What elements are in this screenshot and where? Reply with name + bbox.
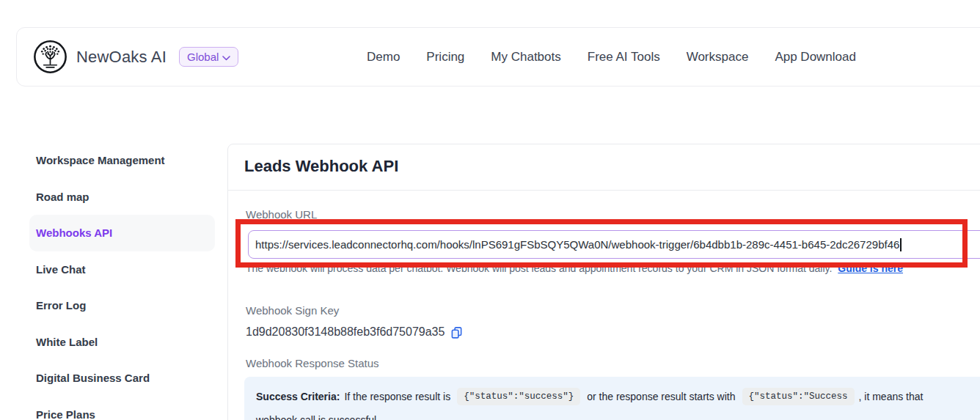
success-criteria-line1: Success Criteria: If the response result… bbox=[256, 388, 980, 405]
webhook-url-label: Webhook URL bbox=[246, 208, 317, 221]
success-criteria-line2: webhook call is successful. bbox=[256, 414, 980, 420]
success-criteria-heading: Success Criteria: bbox=[256, 391, 340, 402]
webhook-helper-text: The webhook will process data per chatbo… bbox=[246, 262, 903, 274]
newoaks-tree-logo-icon[interactable] bbox=[33, 40, 67, 74]
helper-text: The webhook will process data per chatbo… bbox=[246, 262, 832, 274]
webhook-url-input[interactable]: https://services.leadconnectorhq.com/hoo… bbox=[248, 230, 980, 259]
region-selector[interactable]: Global bbox=[179, 47, 238, 67]
nav-item-workspace[interactable]: Workspace bbox=[687, 50, 749, 65]
page: NewOaks AI Global Demo Pricing My Chatbo… bbox=[0, 0, 980, 420]
sidebar-item-road-map[interactable]: Road map bbox=[29, 179, 215, 215]
sidebar-item-live-chat[interactable]: Live Chat bbox=[29, 251, 215, 288]
success-code-2: {"status":"Success bbox=[742, 388, 855, 405]
sign-key-label: Webhook Sign Key bbox=[246, 304, 339, 317]
text-cursor bbox=[900, 238, 902, 251]
sidebar-item-white-label[interactable]: White Label bbox=[29, 324, 215, 361]
success-text-2: or the response result starts with bbox=[587, 391, 735, 402]
sidebar-item-price-plans[interactable]: Price Plans bbox=[29, 397, 215, 420]
brand-name: NewOaks AI bbox=[76, 28, 167, 86]
sidebar-item-webhooks-api[interactable]: Webhooks API bbox=[29, 215, 215, 251]
success-text-1: If the response result is bbox=[344, 391, 450, 402]
response-status-label: Webhook Response Status bbox=[246, 357, 379, 369]
header-bar: NewOaks AI Global Demo Pricing My Chatbo… bbox=[16, 27, 980, 86]
guide-link[interactable]: Guide is here bbox=[838, 262, 903, 274]
nav-item-app-download[interactable]: App Download bbox=[775, 50, 856, 65]
success-text-3: , it means that bbox=[859, 391, 924, 402]
sign-key-value: 1d9d20830f3148b88feb3f6d75079a35 bbox=[246, 325, 445, 339]
sidebar-item-error-log[interactable]: Error Log bbox=[29, 287, 215, 324]
sign-key-row: 1d9d20830f3148b88feb3f6d75079a35 bbox=[246, 325, 463, 339]
chevron-down-icon bbox=[222, 51, 230, 63]
nav-item-demo[interactable]: Demo bbox=[367, 50, 400, 65]
page-title: Leads Webhook API bbox=[244, 157, 398, 176]
nav-item-pricing[interactable]: Pricing bbox=[426, 50, 464, 65]
settings-sidebar: Workspace Management Road map Webhooks A… bbox=[29, 142, 215, 420]
success-criteria-box: Success Criteria: If the response result… bbox=[244, 377, 980, 420]
nav-item-free-ai-tools[interactable]: Free AI Tools bbox=[588, 50, 660, 65]
sidebar-item-workspace-management[interactable]: Workspace Management bbox=[29, 142, 215, 179]
success-code-1: {"status":"success"} bbox=[457, 388, 580, 405]
region-selector-label: Global bbox=[187, 51, 219, 63]
sidebar-item-digital-business-card[interactable]: Digital Business Card bbox=[29, 360, 215, 397]
copy-icon[interactable] bbox=[450, 326, 463, 339]
nav-item-my-chatbots[interactable]: My Chatbots bbox=[491, 50, 560, 65]
main-content-panel: Leads Webhook API Webhook URL https://se… bbox=[227, 144, 980, 420]
top-nav: Demo Pricing My Chatbots Free AI Tools W… bbox=[367, 28, 856, 86]
webhook-url-value: https://services.leadconnectorhq.com/hoo… bbox=[255, 238, 899, 251]
title-divider bbox=[228, 190, 980, 191]
